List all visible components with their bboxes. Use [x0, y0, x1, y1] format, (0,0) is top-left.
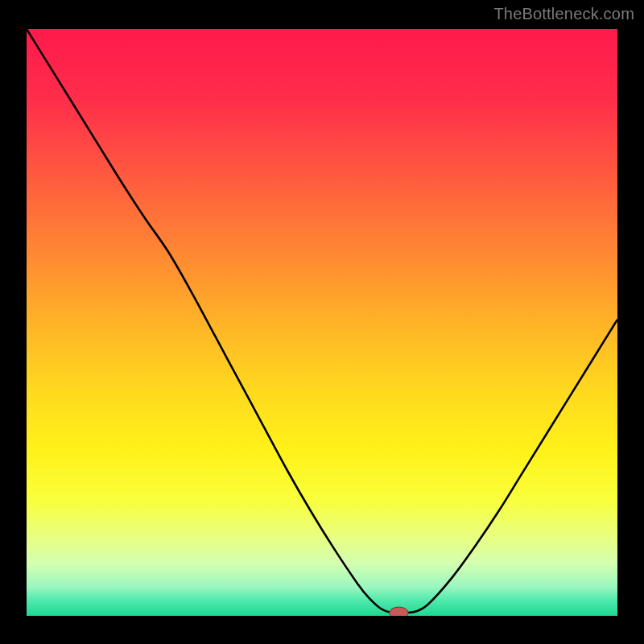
chart-container: TheBottleneck.com [0, 0, 644, 644]
bottleneck-chart [0, 0, 644, 644]
watermark-text: TheBottleneck.com [493, 5, 634, 23]
